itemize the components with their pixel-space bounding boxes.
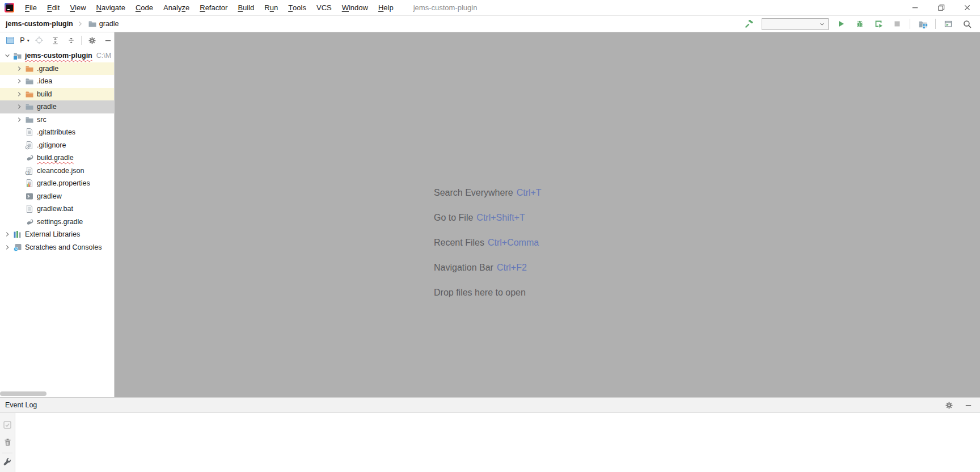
trash-icon	[3, 438, 12, 446]
chevron-collapsed-icon[interactable]	[14, 115, 24, 124]
menu-file[interactable]: File	[20, 0, 42, 16]
run-anything-button[interactable]	[942, 18, 954, 30]
checkbox-check-icon	[3, 420, 12, 429]
breadcrumb-current[interactable]: gradle	[87, 19, 119, 28]
tree-item-gradlew[interactable]: gradlew	[0, 190, 114, 203]
expand-all-icon	[51, 36, 60, 45]
run-toolbar	[743, 18, 973, 30]
chevron-down-icon	[818, 20, 826, 28]
tree-item-label: .gradle	[37, 65, 58, 73]
panel-header-separator	[81, 36, 82, 45]
menu-window[interactable]: Window	[337, 0, 373, 16]
tree-item--idea[interactable]: .idea	[0, 75, 114, 88]
select-opened-file-button[interactable]	[33, 34, 45, 47]
menu-build[interactable]: Build	[233, 0, 259, 16]
chevron-collapsed-icon[interactable]	[14, 77, 24, 86]
coverage-icon	[874, 19, 883, 28]
project-view-selector[interactable]: P▾	[20, 36, 29, 44]
build-project-button[interactable]	[743, 18, 755, 30]
project-structure-button[interactable]	[916, 18, 929, 30]
chevron-collapsed-icon[interactable]	[14, 64, 24, 73]
tree-item-scratches-and-consoles[interactable]: Scratches and Consoles	[0, 241, 114, 254]
shortcut-hint: Navigation BarCtrl+F2	[434, 255, 542, 280]
tree-item-settings-gradle[interactable]: settings.gradle	[0, 216, 114, 229]
event-log-bar[interactable]: Event Log	[0, 397, 980, 413]
event-log-panel	[0, 413, 980, 472]
tree-item-src[interactable]: src	[0, 113, 114, 127]
collapse-all-button[interactable]	[65, 34, 77, 47]
hide-event-log-button[interactable]	[962, 399, 974, 411]
run-icon	[837, 19, 846, 28]
file-text-icon	[25, 204, 34, 213]
menu-code[interactable]: Code	[130, 0, 158, 16]
shell-script-icon	[25, 192, 34, 201]
minimize-button[interactable]	[902, 0, 928, 16]
project-tree: jems-custom-pluginC:\M.gradle.ideabuildg…	[0, 48, 114, 254]
mark-all-read-button[interactable]	[1, 419, 14, 431]
run-config-select[interactable]	[762, 18, 829, 30]
navigation-bar: jems-custom-plugin gradle	[0, 16, 980, 32]
close-icon	[963, 3, 971, 12]
debug-icon	[855, 19, 864, 28]
menu-edit[interactable]: Edit	[42, 0, 65, 16]
breadcrumb-root[interactable]: jems-custom-plugin	[6, 20, 73, 28]
tree-item-build-gradle[interactable]: build.gradle	[0, 151, 114, 165]
debug-button[interactable]	[854, 18, 866, 30]
chevron-placeholder	[14, 179, 24, 188]
panel-settings-button[interactable]	[86, 34, 98, 47]
shortcut-label: Drop files here to open	[434, 288, 526, 297]
menu-refactor[interactable]: Refactor	[195, 0, 233, 16]
menu-analyze[interactable]: Analyze	[158, 0, 195, 16]
event-log-content	[15, 413, 980, 472]
event-log-config-button[interactable]	[1, 456, 14, 468]
menu-view[interactable]: View	[65, 0, 91, 16]
close-button[interactable]	[954, 0, 980, 16]
menu-vcs[interactable]: VCS	[311, 0, 337, 16]
run-button[interactable]	[835, 18, 847, 30]
menu-help[interactable]: Help	[373, 0, 399, 16]
tree-item--gitignore[interactable]: .gitignore	[0, 139, 114, 152]
search-everywhere-button[interactable]	[961, 18, 973, 30]
chevron-collapsed-icon[interactable]	[2, 243, 12, 252]
menu-navigate[interactable]: Navigate	[91, 0, 130, 16]
tree-item-gradle-properties[interactable]: gradle.properties	[0, 177, 114, 190]
chevron-placeholder	[14, 204, 24, 213]
horizontal-scrollbar[interactable]	[0, 391, 47, 396]
tree-item-label: .gitattributes	[37, 128, 75, 136]
tree-item-cleancode-json[interactable]: {}cleancode.json	[0, 165, 114, 178]
chevron-placeholder	[14, 153, 24, 162]
editor-shortcut-hints: Search EverywhereCtrl+TGo to FileCtrl+Sh…	[434, 180, 542, 305]
chevron-collapsed-icon[interactable]	[14, 90, 24, 99]
tree-item-label: gradle	[37, 103, 57, 111]
chevron-expanded-icon[interactable]	[2, 51, 12, 60]
tree-item-jems-custom-plugin[interactable]: jems-custom-pluginC:\M	[0, 49, 114, 62]
tree-item-gradlew-bat[interactable]: gradlew.bat	[0, 203, 114, 216]
tree-item-build[interactable]: build	[0, 88, 114, 101]
tree-item-external-libraries[interactable]: External Libraries	[0, 228, 114, 241]
tree-item--gitattributes[interactable]: .gitattributes	[0, 126, 114, 139]
gear-icon	[945, 401, 953, 410]
chevron-collapsed-icon[interactable]	[14, 102, 24, 111]
clear-all-button[interactable]	[1, 436, 14, 448]
project-structure-icon	[918, 19, 928, 29]
tree-item-label: build.gradle	[37, 154, 74, 162]
chevron-collapsed-icon[interactable]	[2, 230, 12, 239]
folder-excluded-icon	[25, 90, 34, 99]
menu-tools[interactable]: Tools	[283, 0, 311, 16]
run-with-coverage-button[interactable]	[872, 18, 885, 30]
stop-button[interactable]	[891, 18, 903, 30]
project-tool-window-icon[interactable]	[4, 34, 16, 47]
restore-button[interactable]	[928, 0, 954, 16]
menu-run[interactable]: Run	[259, 0, 283, 16]
tree-item--gradle[interactable]: .gradle	[0, 62, 114, 75]
tree-item-gradle[interactable]: gradle	[0, 100, 114, 113]
project-tab-icon	[6, 36, 15, 45]
folder-excluded-icon	[25, 64, 34, 73]
shortcut-keys: Ctrl+Comma	[488, 238, 539, 247]
expand-all-button[interactable]	[49, 34, 61, 47]
event-log-settings-button[interactable]	[943, 399, 955, 411]
event-log-title: Event Log	[5, 401, 37, 409]
collapse-all-icon	[67, 36, 75, 45]
hide-panel-button[interactable]	[102, 34, 114, 47]
search-icon	[962, 19, 972, 29]
